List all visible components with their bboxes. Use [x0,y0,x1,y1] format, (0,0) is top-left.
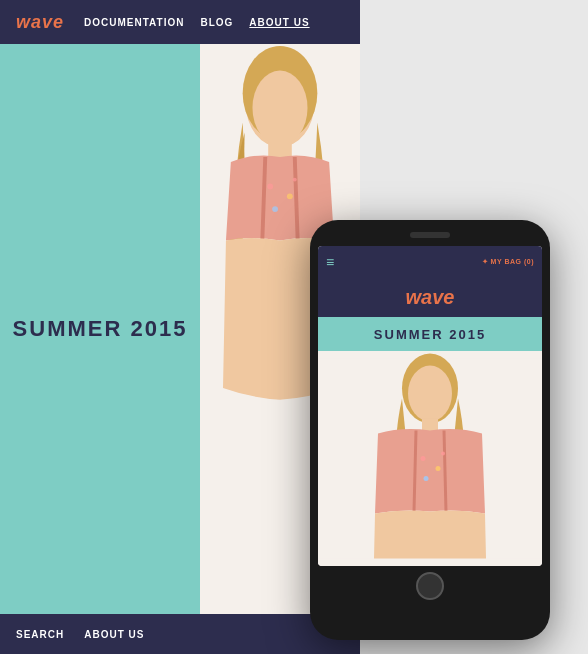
nav-documentation[interactable]: DOCUMENTATION [84,17,184,28]
phone-menu-icon[interactable]: ≡ [326,254,334,270]
hero-section: SUMMER 2015 [0,44,360,614]
phone-hero-title-bar: SUMMER 2015 [318,317,542,351]
svg-point-13 [408,366,452,422]
phone-model-illustration [318,351,542,566]
svg-point-3 [252,71,307,146]
svg-point-8 [287,193,293,199]
nav-links: DOCUMENTATION BLOG ABOUT US [84,17,310,28]
phone-hero-title: SUMMER 2015 [374,327,486,342]
footer-about-us[interactable]: ABOUT US [84,629,144,640]
footer-bar: SEARCH ABOUT US [0,614,360,654]
svg-point-10 [293,178,297,182]
site-logo[interactable]: wave [16,12,64,33]
svg-point-7 [267,184,273,190]
hero-title: SUMMER 2015 [13,316,188,342]
svg-point-18 [436,466,441,471]
svg-line-15 [414,431,416,512]
desktop: wave DOCUMENTATION BLOG ABOUT US SUMMER … [0,0,588,654]
phone-home-button[interactable] [416,572,444,600]
svg-point-20 [441,452,445,456]
phone-logo: wave [406,286,455,308]
nav-about-us[interactable]: ABOUT US [249,17,309,28]
phone-screen: ≡ ✦ MY BAG (0) wave SUMMER 2015 [318,246,542,566]
phone-mockup: ≡ ✦ MY BAG (0) wave SUMMER 2015 [310,220,550,640]
nav-bar: wave DOCUMENTATION BLOG ABOUT US [0,0,360,44]
phone-hero: SUMMER 2015 [318,317,542,566]
svg-point-19 [424,476,429,481]
hero-left: SUMMER 2015 [0,44,200,614]
phone-speaker [410,232,450,238]
nav-blog[interactable]: BLOG [200,17,233,28]
phone-model-image [318,351,542,566]
phone-logo-bar: wave [318,278,542,317]
footer-search[interactable]: SEARCH [16,629,64,640]
phone-nav: ≡ ✦ MY BAG (0) [318,246,542,278]
website-frame: wave DOCUMENTATION BLOG ABOUT US SUMMER … [0,0,360,654]
svg-point-9 [272,206,278,212]
phone-bag-label[interactable]: ✦ MY BAG (0) [482,258,534,266]
svg-line-16 [444,431,446,512]
svg-point-17 [421,456,426,461]
